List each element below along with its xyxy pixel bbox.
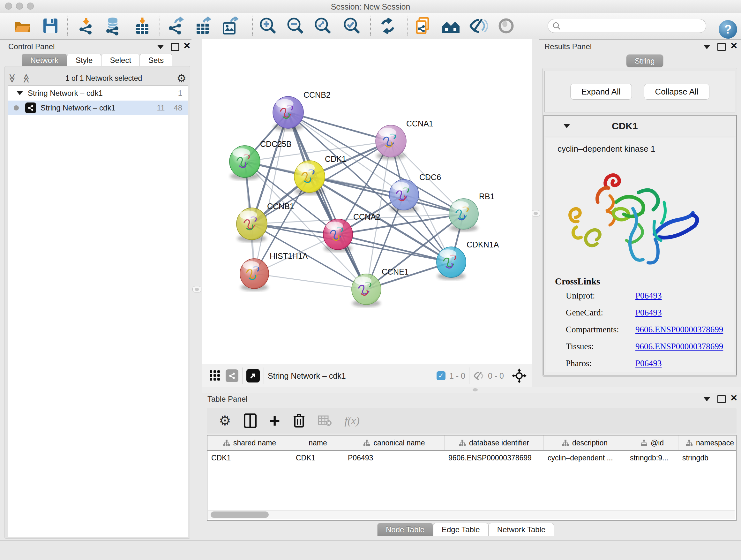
apply-layout-icon[interactable]	[377, 15, 398, 37]
birdseye-grid-icon[interactable]	[209, 370, 221, 382]
crosslink-link[interactable]: 9606.ENSP00000378699	[635, 325, 723, 334]
table-cell[interactable]: stringdb	[678, 451, 737, 465]
tab-select[interactable]: Select	[101, 54, 140, 67]
network-node-ccna1[interactable]	[376, 125, 406, 160]
tree-collapse-icon[interactable]	[17, 91, 23, 95]
table-panel-close-icon[interactable]: ✕	[730, 395, 738, 401]
expand-all-icon[interactable]: ≫	[21, 73, 31, 83]
network-node-hist1h1a[interactable]	[240, 259, 269, 291]
right-splitter-handle[interactable]	[531, 210, 540, 216]
table-cell[interactable]: cyclin–dependent ...	[544, 451, 626, 465]
search-input[interactable]	[563, 21, 698, 30]
crosslink-link[interactable]: 9606.ENSP00000378699	[635, 341, 723, 352]
collapse-all-icon[interactable]: ≫	[7, 73, 17, 83]
column-header-name[interactable]: name	[292, 435, 344, 450]
table-hscroll-thumb[interactable]	[211, 511, 269, 518]
network-node-cdkn1a[interactable]	[436, 247, 466, 280]
import-database-icon[interactable]	[102, 15, 123, 37]
network-node-ccna2[interactable]	[323, 219, 353, 252]
expand-all-button[interactable]: Expand All	[570, 84, 632, 100]
control-panel-close-icon[interactable]: ✕	[183, 43, 191, 49]
tab-network[interactable]: Network	[22, 54, 67, 67]
network-node-ccnb2[interactable]	[273, 97, 304, 131]
right-splitter[interactable]	[532, 39, 539, 364]
protein-section-header[interactable]: CDK1	[544, 116, 736, 137]
tab-network-table[interactable]: Network Table	[488, 523, 554, 536]
tab-edge-table[interactable]: Edge Table	[433, 523, 488, 536]
delete-column-icon[interactable]	[293, 414, 305, 428]
crosslink-link[interactable]: P06493	[635, 308, 662, 318]
table-cell[interactable]: CDK1	[207, 451, 292, 465]
save-session-icon[interactable]	[40, 15, 61, 37]
control-panel-float-icon[interactable]	[171, 43, 179, 52]
graphics-details-icon[interactable]	[495, 15, 517, 37]
network-edge-ccnb2-hist1h1a[interactable]	[254, 112, 288, 273]
neighborhood-icon[interactable]	[441, 15, 462, 37]
open-in-window-icon[interactable]	[246, 369, 260, 382]
pan-crosshair-icon[interactable]	[512, 368, 527, 383]
help-button[interactable]: ?	[719, 20, 737, 39]
collapse-all-button[interactable]: Collapse All	[644, 84, 710, 100]
zoom-selected-icon[interactable]	[341, 15, 362, 37]
column-header-shared-name[interactable]: shared name	[207, 435, 292, 450]
network-options-gear-icon[interactable]: ⚙	[177, 73, 186, 84]
add-column-icon[interactable]: +	[269, 415, 280, 427]
table-cell[interactable]: CDK1	[292, 451, 344, 465]
left-splitter[interactable]	[192, 39, 202, 364]
hide-graphics-icon[interactable]	[468, 15, 489, 37]
network-tree-root-row[interactable]: String Network – cdk1 1	[8, 86, 188, 101]
table-row[interactable]: CDK1CDK1P064939606.ENSP00000378699cyclin…	[207, 451, 736, 465]
import-network-icon[interactable]	[76, 15, 97, 37]
network-node-rb1[interactable]	[449, 199, 478, 232]
column-header-canonical-name[interactable]: canonical name	[344, 435, 445, 450]
crosslink-link[interactable]: P06493	[635, 359, 662, 368]
zoom-in-icon[interactable]	[258, 15, 279, 37]
results-panel-menu-icon[interactable]	[703, 45, 711, 51]
import-table-icon[interactable]	[132, 15, 153, 37]
network-tree-item-row[interactable]: String Network – cdk1 11 48	[8, 101, 188, 115]
duplicate-network-icon[interactable]	[414, 15, 434, 37]
table-cell[interactable]: stringdb:9...	[626, 451, 678, 465]
results-panel-float-icon[interactable]	[718, 43, 726, 52]
table-cell[interactable]: P06493	[344, 451, 445, 465]
export-image-icon[interactable]	[219, 15, 241, 37]
export-network-icon[interactable]	[165, 15, 187, 37]
export-table-icon[interactable]	[193, 15, 214, 37]
table-panel-float-icon[interactable]	[718, 395, 726, 405]
network-node-cdk1[interactable]	[294, 161, 325, 195]
table-options-gear-icon[interactable]: ⚙	[219, 415, 231, 426]
network-canvas[interactable]: CCNB2CCNA1CDC25BCDK1CDC6RB1CCNB1CCNA2CDK…	[202, 39, 532, 364]
horizontal-splitter[interactable]	[202, 387, 741, 393]
control-panel-menu-icon[interactable]	[157, 45, 164, 51]
table-panel-menu-icon[interactable]	[703, 397, 711, 402]
tab-sets[interactable]: Sets	[140, 54, 172, 67]
table-hscrollbar[interactable]	[208, 510, 735, 519]
zoom-out-icon[interactable]	[285, 15, 306, 37]
network-edge-ccnb2-ccne1[interactable]	[288, 112, 366, 289]
network-edge-ccne1-hist1h1a[interactable]	[254, 273, 366, 289]
results-panel-close-icon[interactable]: ✕	[730, 43, 738, 49]
string-style-icon[interactable]	[226, 369, 239, 382]
tab-string[interactable]: String	[626, 54, 664, 67]
column-header-database-identifier[interactable]: database identifier	[445, 435, 544, 450]
column-header-namespace[interactable]: namespace	[678, 435, 737, 450]
horizontal-splitter-handle[interactable]	[473, 388, 478, 391]
network-node-ccne1[interactable]	[352, 274, 381, 307]
table-cell[interactable]: 9606.ENSP00000378699	[445, 451, 544, 465]
network-node-cdc25b[interactable]	[229, 145, 260, 180]
open-session-icon[interactable]	[12, 15, 33, 37]
protein-collapse-icon[interactable]	[563, 124, 570, 128]
left-splitter-handle[interactable]	[192, 286, 201, 293]
show-columns-icon[interactable]	[244, 414, 257, 428]
network-node-cdc6[interactable]	[389, 179, 419, 212]
column-header-id[interactable]: @id	[626, 435, 678, 450]
fit-content-icon[interactable]	[313, 15, 333, 37]
title-bar: Session: New Session	[0, 0, 741, 12]
network-graph[interactable]: CCNB2CCNA1CDC25BCDK1CDC6RB1CCNB1CCNA2CDK…	[202, 39, 532, 364]
network-node-ccnb1[interactable]	[237, 208, 267, 242]
crosslink-link[interactable]: P06493	[635, 291, 662, 301]
tab-node-table[interactable]: Node Table	[377, 523, 433, 536]
column-header-description[interactable]: description	[544, 435, 626, 450]
selected-checkbox-icon[interactable]: ✓	[436, 371, 446, 380]
tab-style[interactable]: Style	[67, 54, 101, 67]
